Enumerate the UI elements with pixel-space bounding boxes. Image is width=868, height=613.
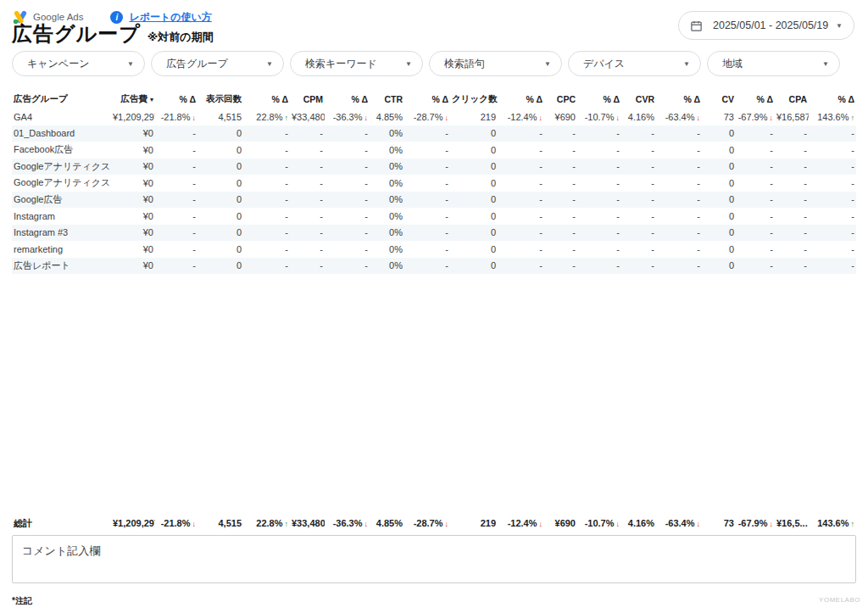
filter-label: キャンペーン bbox=[27, 57, 89, 71]
column-header[interactable]: CPA bbox=[775, 90, 809, 109]
column-header[interactable]: 広告費▾ bbox=[111, 90, 155, 109]
table-cell: - bbox=[736, 192, 775, 209]
table-cell: - bbox=[290, 125, 325, 142]
column-header[interactable]: % Δ bbox=[155, 90, 198, 109]
table-cell: - bbox=[404, 208, 450, 225]
table-cell: - bbox=[775, 125, 809, 142]
table-cell: 4.16% bbox=[621, 109, 656, 125]
table-cell: - bbox=[621, 142, 656, 159]
arrow-down-icon: ↓ bbox=[616, 114, 620, 122]
column-header[interactable]: % Δ bbox=[498, 90, 544, 109]
column-header[interactable]: CTR bbox=[370, 90, 404, 109]
column-header[interactable]: 表示回数 bbox=[198, 90, 243, 109]
table-cell: - bbox=[577, 192, 621, 209]
table-cell: - bbox=[155, 208, 198, 225]
table-cell: - bbox=[243, 125, 290, 142]
table-cell: - bbox=[544, 192, 577, 209]
filter-device[interactable]: デバイス ▼ bbox=[568, 51, 701, 76]
table-cell: 0 bbox=[198, 208, 243, 225]
table-cell: 0 bbox=[702, 159, 736, 176]
table-cell: - bbox=[325, 142, 370, 159]
column-header[interactable]: 広告グループ bbox=[12, 90, 111, 109]
arrow-down-icon: ↓ bbox=[364, 114, 369, 122]
table-cell: -12.4%↓ bbox=[498, 514, 544, 532]
table-cell: - bbox=[155, 241, 198, 258]
table-cell: - bbox=[155, 225, 198, 242]
column-header[interactable]: % Δ bbox=[577, 90, 621, 109]
column-header[interactable]: % Δ bbox=[656, 90, 702, 109]
table-cell: - bbox=[775, 175, 809, 192]
row-label: Googleアナリティクス bbox=[12, 159, 111, 176]
table-cell: - bbox=[809, 192, 856, 209]
table-cell: 22.8%↑ bbox=[243, 514, 290, 532]
table-cell: - bbox=[243, 208, 290, 225]
table-cell: 0% bbox=[370, 125, 404, 142]
table-cell: 73 bbox=[702, 109, 736, 125]
table-cell: - bbox=[498, 208, 544, 225]
table-cell: - bbox=[736, 225, 775, 242]
table-cell: - bbox=[325, 159, 370, 176]
table-row: GA4¥1,209,297-21.8%↓4,51522.8%↑¥33,480-3… bbox=[12, 109, 856, 125]
table-cell: - bbox=[656, 159, 702, 176]
table-cell: 0 bbox=[702, 142, 736, 159]
column-header[interactable]: % Δ bbox=[809, 90, 856, 109]
date-range-picker[interactable]: 2025/05/01 - 2025/05/19 ▼ bbox=[678, 11, 854, 40]
filter-campaign[interactable]: キャンペーン ▼ bbox=[12, 51, 145, 76]
column-header[interactable]: % Δ bbox=[404, 90, 450, 109]
column-header[interactable]: % Δ bbox=[736, 90, 775, 109]
row-label: Facebook広告 bbox=[12, 142, 111, 159]
row-label: Google広告 bbox=[12, 192, 111, 209]
table-cell: - bbox=[325, 175, 370, 192]
table-cell: - bbox=[775, 225, 809, 242]
table-cell: - bbox=[290, 159, 325, 176]
table-cell: - bbox=[809, 142, 856, 159]
table-cell: 0 bbox=[450, 142, 498, 159]
filter-label: 検索キーワード bbox=[305, 57, 377, 71]
column-header[interactable]: CV bbox=[702, 90, 736, 109]
table-cell: - bbox=[404, 125, 450, 142]
table-cell: - bbox=[577, 225, 621, 242]
comment-input[interactable]: コメント記入欄 bbox=[12, 535, 856, 583]
arrow-down-icon: ↓ bbox=[697, 114, 701, 122]
table-cell: 0 bbox=[198, 159, 243, 176]
filter-region[interactable]: 地域 ▼ bbox=[707, 51, 840, 76]
table-cell: - bbox=[498, 225, 544, 242]
table-cell: - bbox=[656, 208, 702, 225]
table-cell: ¥0 bbox=[111, 125, 155, 142]
chevron-down-icon: ▼ bbox=[544, 60, 551, 68]
chevron-down-icon: ▼ bbox=[266, 60, 273, 68]
table-cell: 0% bbox=[370, 142, 404, 159]
table-cell: - bbox=[243, 241, 290, 258]
column-header[interactable]: CVR bbox=[621, 90, 656, 109]
arrow-down-icon: ↓ bbox=[445, 114, 449, 122]
filter-search-keyword[interactable]: 検索キーワード ▼ bbox=[290, 51, 423, 76]
column-header[interactable]: % Δ bbox=[325, 90, 370, 109]
table-cell: - bbox=[290, 142, 325, 159]
filter-search-term[interactable]: 検索語句 ▼ bbox=[429, 51, 562, 76]
column-header[interactable]: CPM bbox=[290, 90, 325, 109]
arrow-up-icon: ↑ bbox=[851, 114, 855, 122]
table-cell: 0 bbox=[702, 258, 736, 275]
table-row: Facebook広告¥0-0---0%-0-----0--- bbox=[12, 142, 856, 159]
table-cell: - bbox=[404, 192, 450, 209]
table-cell: - bbox=[243, 159, 290, 176]
table-cell: -21.8%↓ bbox=[155, 109, 198, 125]
column-header[interactable]: % Δ bbox=[243, 90, 290, 109]
spacer-cell bbox=[12, 274, 856, 514]
table-cell: - bbox=[621, 175, 656, 192]
arrow-down-icon: ↓ bbox=[770, 520, 774, 528]
column-header[interactable]: クリック数 bbox=[450, 90, 498, 109]
table-cell: - bbox=[290, 175, 325, 192]
table-cell: 0 bbox=[198, 241, 243, 258]
page-title: 広告グループ bbox=[12, 20, 141, 47]
table-cell: - bbox=[498, 125, 544, 142]
table-cell: 143.6%↑ bbox=[809, 109, 856, 125]
table-cell: 0 bbox=[450, 208, 498, 225]
column-header[interactable]: CPC bbox=[544, 90, 577, 109]
arrow-down-icon: ↓ bbox=[192, 520, 197, 528]
arrow-up-icon: ↑ bbox=[285, 114, 289, 122]
filter-bar: キャンペーン ▼ 広告グループ ▼ 検索キーワード ▼ 検索語句 ▼ デバイス … bbox=[12, 51, 840, 76]
filter-ad-group[interactable]: 広告グループ ▼ bbox=[151, 51, 284, 76]
table-cell: -63.4%↓ bbox=[656, 109, 702, 125]
table-cell: -36.3%↓ bbox=[325, 109, 370, 125]
